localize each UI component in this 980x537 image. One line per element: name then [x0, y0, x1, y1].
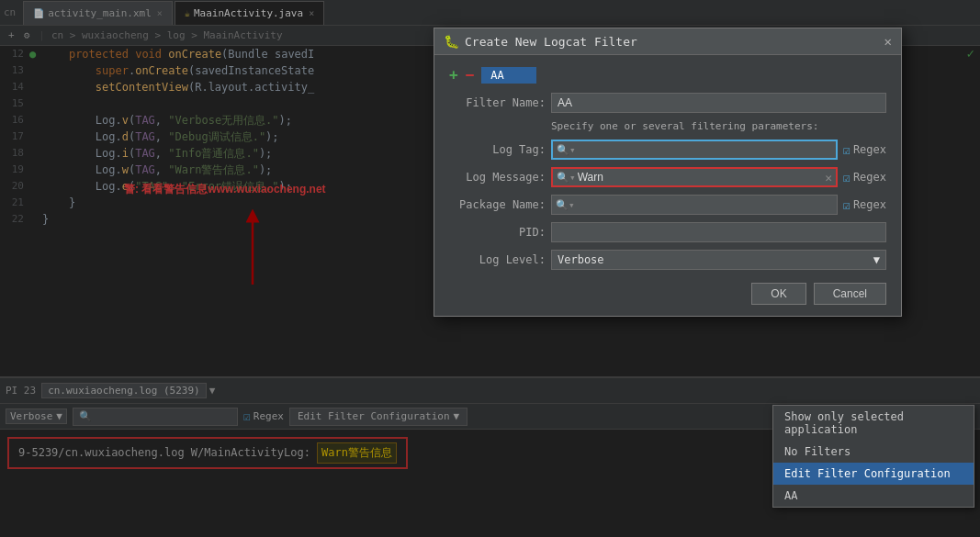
package-name-input[interactable]: [577, 198, 833, 211]
log-level-label: Log Level:: [449, 253, 546, 266]
dialog-buttons: OK Cancel: [449, 283, 886, 305]
log-level-row: Log Level: Verbose ▼: [449, 250, 886, 270]
remove-filter-button[interactable]: −: [466, 66, 475, 84]
log-tag-input[interactable]: [578, 143, 832, 156]
pid-input[interactable]: [551, 222, 886, 242]
log-tag-row: Log Tag: 🔍▾ ☑ Regex: [449, 140, 886, 160]
pid-row: PID:: [449, 222, 886, 242]
dialog-filter-toolbar: + − AA: [449, 66, 886, 84]
log-message-label: Log Message:: [449, 171, 546, 184]
dropdown-item-edit-filter[interactable]: Edit Filter Configuration: [773, 463, 974, 485]
dropdown-item-no-filters[interactable]: No Filters: [773, 441, 974, 463]
search-icon-pkg: 🔍▾: [556, 199, 575, 211]
log-tag-label: Log Tag:: [449, 143, 546, 156]
package-name-row: Package Name: 🔍▾ ☑ Regex: [449, 195, 886, 215]
filter-name-input[interactable]: [551, 93, 886, 113]
dialog-body: + − AA Filter Name: Specify one or sever…: [434, 55, 901, 316]
create-filter-dialog: 🐛 Create New Logcat Filter ✕ + − AA Filt…: [434, 28, 902, 317]
log-tag-regex[interactable]: ☑ Regex: [843, 143, 886, 157]
dialog-ok-button[interactable]: OK: [751, 283, 805, 305]
filter-dropdown-menu: Show only selected application No Filter…: [772, 405, 974, 508]
log-message-row: Log Message: 🔍▾ ✕ ☑ Regex: [449, 167, 886, 187]
log-tag-input-wrapper[interactable]: 🔍▾: [551, 140, 838, 160]
dropdown-item-aa[interactable]: AA: [773, 485, 974, 507]
filter-aa-item[interactable]: AA: [481, 67, 536, 84]
search-icon-msg: 🔍▾: [557, 172, 576, 184]
specify-text: Specify one or several filtering paramet…: [551, 120, 886, 132]
log-message-input-wrapper[interactable]: 🔍▾ ✕: [551, 167, 838, 187]
dropdown-item-show-selected[interactable]: Show only selected application: [773, 406, 974, 441]
search-icon-tag: 🔍▾: [557, 144, 576, 156]
dialog-close-button[interactable]: ✕: [884, 34, 892, 49]
pid-label: PID:: [449, 226, 546, 239]
dialog-cancel-button[interactable]: Cancel: [814, 283, 886, 305]
log-level-select[interactable]: Verbose ▼: [551, 250, 886, 270]
dialog-icon: 🐛: [444, 34, 459, 49]
log-message-regex[interactable]: ☑ Regex: [843, 171, 886, 185]
log-message-input[interactable]: [578, 171, 824, 184]
log-message-clear[interactable]: ✕: [825, 171, 832, 185]
filter-name-row: Filter Name:: [449, 93, 886, 113]
dialog-title: 🐛 Create New Logcat Filter: [444, 34, 637, 49]
dialog-titlebar: 🐛 Create New Logcat Filter ✕: [434, 28, 901, 55]
filter-name-label: Filter Name:: [449, 96, 546, 109]
ide-background: cn 📄 activity_main.xml × ☕ MaainActivity…: [0, 0, 980, 537]
package-name-input-wrapper[interactable]: 🔍▾: [551, 195, 838, 215]
add-filter-button[interactable]: +: [449, 66, 458, 84]
package-name-regex[interactable]: ☑ Regex: [843, 198, 886, 212]
package-name-label: Package Name:: [449, 198, 546, 211]
